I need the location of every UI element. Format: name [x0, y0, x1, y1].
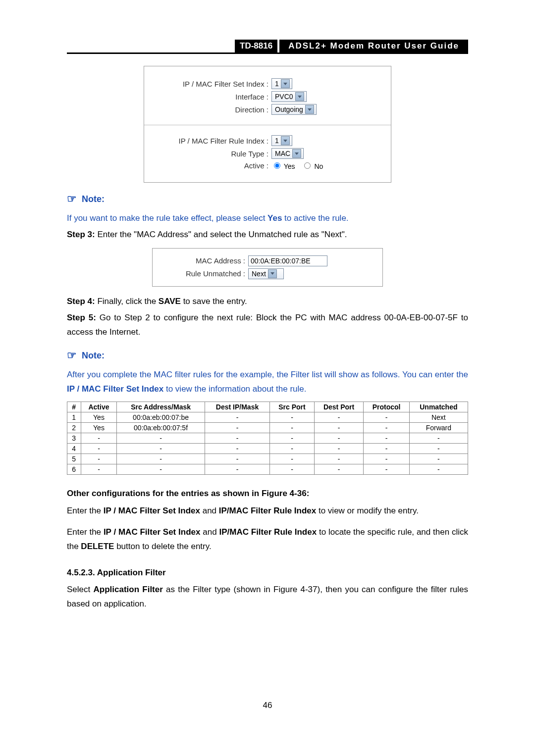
table-cell: -	[205, 464, 270, 475]
direction-select[interactable]: Outgoing	[271, 104, 317, 115]
rule-index-value: 1	[275, 137, 279, 145]
svg-marker-0	[283, 83, 287, 85]
table-row: 5-------	[67, 454, 468, 464]
section-heading: 4.5.2.3. Application Filter	[67, 568, 468, 578]
table-cell: -	[409, 433, 468, 444]
table-cell: -	[409, 444, 468, 454]
chevron-down-icon	[281, 136, 290, 145]
table-cell: -	[270, 433, 314, 444]
active-yes-input[interactable]	[274, 162, 280, 169]
table-cell: -	[364, 464, 409, 475]
rule-type-select[interactable]: MAC	[271, 148, 304, 159]
other-line2: Enter the IP / MAC Filter Set Index and …	[67, 525, 468, 554]
step5-text: Step 5: Go to Step 2 to configure the ne…	[67, 311, 468, 340]
table-cell: -	[364, 412, 409, 423]
chevron-down-icon	[305, 105, 314, 114]
table-cell: -	[205, 454, 270, 464]
table-cell: -	[314, 412, 364, 423]
table-cell: 4	[67, 444, 81, 454]
table-cell: -	[364, 423, 409, 433]
table-header: Dest IP/Mask	[205, 402, 270, 412]
page-header: TD-8816 ADSL2+ Modem Router User Guide	[67, 40, 468, 54]
table-cell: 6	[67, 464, 81, 475]
table-cell: -	[364, 454, 409, 464]
table-cell: -	[270, 423, 314, 433]
note-heading-2: ☞ Note:	[67, 349, 468, 362]
table-cell: -	[205, 412, 270, 423]
table-cell: -	[364, 444, 409, 454]
filter-settings-panel: IP / MAC Filter Set Index : 1 Interface …	[144, 66, 391, 183]
table-cell: 5	[67, 454, 81, 464]
active-label: Active :	[152, 161, 271, 170]
interface-select[interactable]: PVC0	[271, 91, 307, 102]
rule-index-label: IP / MAC Filter Rule Index :	[152, 137, 271, 145]
table-cell: 2	[67, 423, 81, 433]
table-cell: 00:0a:eb:00:07:be	[117, 412, 205, 423]
table-cell: -	[270, 412, 314, 423]
note1-text: If you want to make the rule take effect…	[67, 211, 468, 226]
table-cell: -	[117, 464, 205, 475]
table-cell: Yes	[81, 423, 117, 433]
step3-text: Step 3: Enter the "MAC Address" and sele…	[67, 228, 468, 242]
table-header: Active	[81, 402, 117, 412]
table-row: 6-------	[67, 464, 468, 475]
table-row: 3-------	[67, 433, 468, 444]
pointing-hand-icon: ☞	[67, 193, 77, 205]
table-cell: -	[270, 454, 314, 464]
page-number: 46	[67, 701, 468, 710]
mac-address-input[interactable]	[248, 255, 327, 266]
set-index-value: 1	[275, 80, 279, 88]
rule-type-label: Rule Type :	[152, 150, 271, 158]
table-cell: -	[205, 433, 270, 444]
table-row: 1Yes00:0a:eb:00:07:be----Next	[67, 412, 468, 423]
svg-marker-2	[308, 108, 312, 111]
table-header: Dest Port	[314, 402, 364, 412]
table-cell: Forward	[409, 423, 468, 433]
direction-value: Outgoing	[275, 105, 303, 113]
header-title: ADSL2+ Modem Router User Guide	[279, 40, 468, 52]
table-cell: -	[81, 454, 117, 464]
table-cell: -	[314, 464, 364, 475]
note-heading-1: ☞ Note:	[67, 193, 468, 205]
table-header: #	[67, 402, 81, 412]
table-row: 2Yes00:0a:eb:00:07:5f----Forward	[67, 423, 468, 433]
table-cell: -	[270, 444, 314, 454]
set-index-label: IP / MAC Filter Set Index :	[152, 80, 271, 88]
table-cell: -	[314, 433, 364, 444]
active-no-input[interactable]	[304, 162, 311, 169]
table-cell: -	[364, 433, 409, 444]
table-row: 4-------	[67, 444, 468, 454]
table-cell: 3	[67, 433, 81, 444]
table-cell: -	[81, 444, 117, 454]
table-cell: -	[314, 423, 364, 433]
table-cell: 1	[67, 412, 81, 423]
set-index-select[interactable]: 1	[271, 78, 292, 89]
chevron-down-icon	[281, 79, 290, 88]
rule-unmatched-value: Next	[252, 270, 266, 278]
rule-unmatched-label: Rule Unmatched :	[159, 269, 248, 278]
table-cell: -	[117, 444, 205, 454]
svg-marker-1	[298, 96, 302, 98]
active-yes-radio[interactable]: Yes	[271, 161, 295, 170]
table-cell: -	[117, 433, 205, 444]
other-config-heading: Other configurations for the entries as …	[67, 487, 468, 501]
table-cell: -	[81, 464, 117, 475]
pointing-hand-icon: ☞	[67, 349, 77, 362]
table-cell: -	[409, 454, 468, 464]
table-header: Src Address/Mask	[117, 402, 205, 412]
mac-settings-panel: MAC Address : Rule Unmatched : Next	[152, 248, 383, 287]
mac-label: MAC Address :	[159, 256, 248, 265]
rule-unmatched-select[interactable]: Next	[248, 268, 284, 279]
table-header: Protocol	[364, 402, 409, 412]
active-no-radio[interactable]: No	[302, 161, 323, 170]
table-cell: -	[117, 454, 205, 464]
rule-index-select[interactable]: 1	[271, 135, 292, 146]
table-cell: Yes	[81, 412, 117, 423]
interface-label: Interface :	[152, 93, 271, 101]
step4-text: Step 4: Finally, click the SAVE to save …	[67, 295, 468, 309]
chevron-down-icon	[295, 92, 304, 101]
interface-value: PVC0	[275, 93, 293, 101]
table-cell: -	[409, 464, 468, 475]
table-cell: -	[314, 454, 364, 464]
svg-marker-5	[270, 272, 274, 275]
